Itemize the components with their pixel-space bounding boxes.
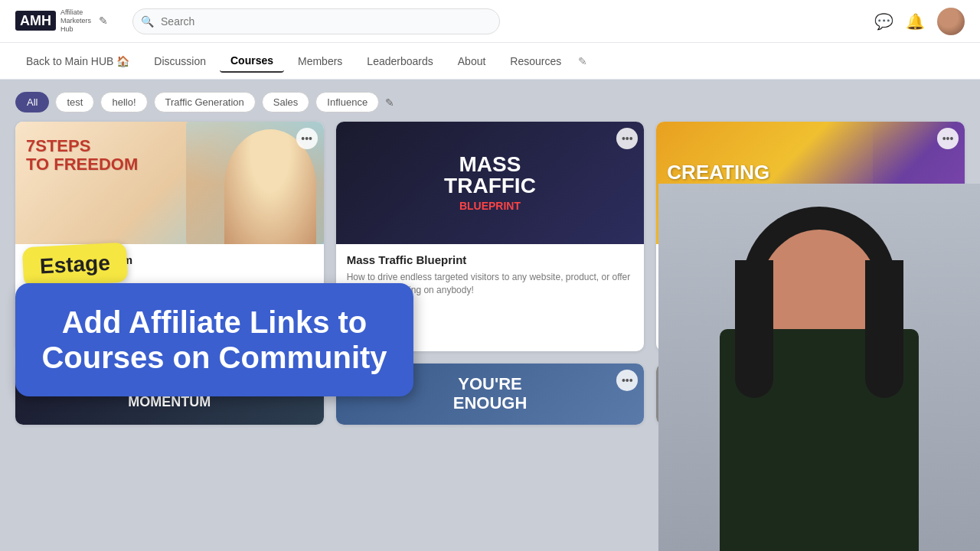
card-3-title: Creating Legacy (667, 253, 954, 266)
course-card-5[interactable]: YOU'REENOUGH ••• (336, 364, 645, 425)
notification-icon[interactable]: 🔔 (906, 12, 925, 31)
filter-hello[interactable]: hello! (100, 92, 147, 112)
card-2-desc: How to drive endless targeted visitors t… (347, 271, 634, 297)
filter-edit-icon[interactable]: ✎ (385, 96, 394, 109)
logo-box: AMH (15, 11, 56, 31)
card-2-open-button[interactable]: Open (347, 315, 385, 341)
filter-influence[interactable]: Influence (315, 92, 379, 112)
logo-edit-icon[interactable]: ✎ (99, 15, 108, 27)
logo: AMH AffiliateMarketersHub ✎ (15, 8, 108, 33)
thumb-2-subtitle: BLUEPRINT (444, 200, 536, 212)
card-2-body: Mass Traffic Blueprint How to drive endl… (336, 244, 645, 306)
logo-subtitle: AffiliateMarketersHub (60, 8, 91, 33)
course-thumbnail-1: 7STEPSTO FREEDOM ••• (15, 122, 324, 244)
filter-all[interactable]: All (15, 92, 49, 112)
card-3-menu-button[interactable]: ••• (937, 128, 959, 149)
chat-icon[interactable]: 💬 (874, 12, 893, 31)
thumb-5-title: YOU'REENOUGH (453, 375, 528, 412)
nav-item-about[interactable]: About (447, 51, 497, 72)
thumb-2-title: MASSTRAFFIC (444, 154, 536, 197)
nav-item-main-hub[interactable]: Back to Main HUB 🏠 (15, 51, 140, 72)
card-6-menu-button[interactable]: ••• (937, 370, 959, 391)
nav-edit-icon[interactable]: ✎ (578, 55, 587, 67)
card-2-title: Mass Traffic Blueprint (347, 253, 634, 266)
header-actions: 💬 🔔 (874, 8, 965, 35)
course-thumbnail-5: YOU'REENOUGH ••• (336, 364, 645, 425)
card-1-title: 7 Steps to Freedom (26, 253, 313, 266)
search-icon: 🔍 (141, 15, 154, 28)
card-3-desc: The legendary Les Brown teaches you to l… (667, 271, 954, 297)
course-thumbnail-6: ••• (656, 364, 965, 425)
nav-item-courses[interactable]: Courses (220, 50, 284, 73)
search-bar: 🔍 (132, 8, 500, 34)
nav-item-resources[interactable]: Resources (499, 51, 572, 72)
course-thumbnail-4: UNSTOPPABLEMOMENTUM ••• (15, 364, 324, 425)
course-card-1[interactable]: 7STEPSTO FREEDOM ••• 7 Steps to Freedom (15, 122, 324, 351)
course-card-2[interactable]: MASSTRAFFIC BLUEPRINT ••• Mass Traffic B… (336, 122, 645, 351)
course-thumbnail-3: CREATINGLEGACY ••• (656, 122, 965, 244)
courses-grid-bottom: UNSTOPPABLEMOMENTUM ••• YOU'REENOUGH •••… (0, 364, 980, 425)
nav-item-leaderboards[interactable]: Leaderboards (356, 51, 443, 72)
filter-bar: All test hello! Traffic Generation Sales… (0, 80, 980, 122)
card-1-menu-button[interactable]: ••• (296, 128, 318, 149)
card-2-menu-button[interactable]: ••• (616, 128, 638, 149)
thumb-4-title: UNSTOPPABLEMOMENTUM (118, 377, 220, 410)
logo-text: AMH (20, 13, 51, 28)
thumb-3-title: CREATINGLEGACY (656, 152, 780, 215)
filter-sales[interactable]: Sales (262, 92, 310, 112)
filter-traffic-generation[interactable]: Traffic Generation (154, 92, 256, 112)
card-3-open-button[interactable]: Open (667, 315, 705, 341)
nav-item-members[interactable]: Members (287, 51, 353, 72)
thumb-1-title: 7STEPSTO FREEDOM (26, 137, 138, 174)
header: AMH AffiliateMarketersHub ✎ 🔍 💬 🔔 (0, 0, 980, 43)
filter-test[interactable]: test (55, 92, 94, 112)
avatar-image (937, 8, 965, 35)
search-input[interactable] (132, 8, 500, 34)
course-card-6[interactable]: ••• (656, 364, 965, 425)
nav: Back to Main HUB 🏠 Discussion Courses Me… (0, 43, 980, 80)
course-thumbnail-2: MASSTRAFFIC BLUEPRINT ••• (336, 122, 645, 244)
thumb-2-content: MASSTRAFFIC BLUEPRINT (444, 154, 536, 212)
card-5-menu-button[interactable]: ••• (616, 370, 638, 391)
card-1-body: 7 Steps to Freedom (15, 244, 324, 280)
card-3-body: Creating Legacy The legendary Les Brown … (656, 244, 965, 306)
avatar[interactable] (937, 8, 965, 35)
course-card-3[interactable]: CREATINGLEGACY ••• Creating Legacy The l… (656, 122, 965, 351)
card-4-menu-button[interactable]: ••• (296, 370, 318, 391)
nav-item-discussion[interactable]: Discussion (143, 51, 217, 72)
courses-grid: 7STEPSTO FREEDOM ••• 7 Steps to Freedom … (0, 122, 980, 364)
course-card-4[interactable]: UNSTOPPABLEMOMENTUM ••• (15, 364, 324, 425)
